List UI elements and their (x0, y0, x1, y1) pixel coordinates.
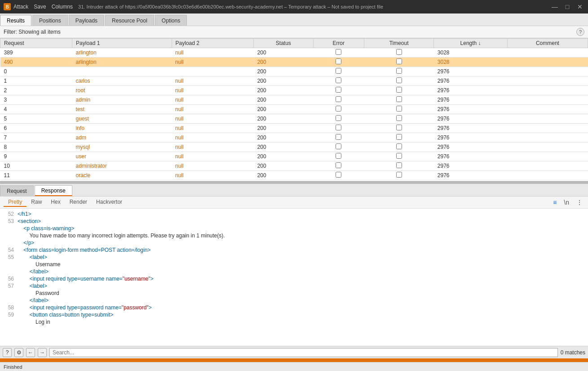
table-row[interactable]: 3adminnull2002976 (0, 95, 588, 105)
tab-positions[interactable]: Positions (32, 15, 68, 26)
code-line-3: <p class=is-warning> (0, 225, 588, 232)
code-line-7: 55 <label> (0, 254, 588, 261)
filter-bar: Filter: Showing all items ? (0, 26, 588, 38)
view-tab-hex[interactable]: Hex (46, 198, 65, 207)
table-row[interactable]: 2rootnull2002976 (0, 86, 588, 95)
table-row[interactable]: 02002976 (0, 67, 588, 76)
filter-text: Filter: Showing all items (4, 29, 576, 35)
search-input[interactable] (49, 348, 558, 357)
close-button[interactable]: ✕ (575, 3, 584, 10)
results-table: Request Payload 1 Payload 2 Status Error… (0, 38, 588, 180)
code-line-6: 54 <form class=login-form method=POST ac… (0, 246, 588, 254)
table-row[interactable]: 7admnull2002976 (0, 133, 588, 143)
view-actions: ≡ \n ⋮ (551, 198, 584, 207)
view-tab-raw[interactable]: Raw (27, 198, 46, 207)
table-row[interactable]: 4testnull2002976 (0, 105, 588, 114)
menu-columns[interactable]: Columns (52, 4, 73, 10)
tab-request[interactable]: Request (0, 185, 34, 196)
col-status[interactable]: Status (254, 39, 313, 48)
tab-payloads[interactable]: Payloads (69, 15, 104, 26)
menu-attack[interactable]: Attack (13, 4, 28, 10)
help-button[interactable]: ? (576, 28, 584, 36)
maximize-button[interactable]: □ (563, 3, 572, 10)
col-timeout[interactable]: Timeout (364, 39, 433, 48)
col-payload1[interactable]: Payload 1 (72, 39, 172, 48)
window-controls: — □ ✕ (550, 3, 584, 10)
col-error[interactable]: Error (313, 39, 364, 48)
tab-options[interactable]: Options (155, 15, 187, 26)
col-request[interactable]: Request (0, 39, 72, 48)
code-line-5: </p> (0, 239, 588, 246)
view-btn-more[interactable]: ⋮ (575, 198, 584, 207)
code-line-10: 56 <input required type=username name="u… (0, 275, 588, 282)
req-res-tabbar: Request Response (0, 184, 588, 197)
table-row[interactable]: 11oraclenull2002976 (0, 171, 588, 180)
code-line-11: 57 <label> (0, 282, 588, 290)
table-row[interactable]: 5guestnull2002976 (0, 114, 588, 124)
view-tab-hackvertor[interactable]: Hackvertor (92, 198, 127, 207)
view-tabbar: Pretty Raw Hex Render Hackvertor ≡ \n ⋮ (0, 197, 588, 209)
view-tab-pretty[interactable]: Pretty (4, 198, 27, 207)
status-text: Finished (4, 364, 22, 370)
progress-bar (0, 358, 588, 362)
bottombar: ? ⚙ ← → 0 matches (0, 346, 588, 358)
help-icon-bottom[interactable]: ? (3, 348, 12, 357)
window-title: 31. Intruder attack of https://0a5f00ea0… (78, 4, 550, 9)
back-button[interactable]: ← (26, 348, 35, 357)
view-btn-list[interactable]: ≡ (551, 198, 558, 207)
menu-save[interactable]: Save (34, 4, 46, 10)
col-length[interactable]: Length (434, 39, 508, 48)
matches-count: 0 matches (561, 349, 585, 356)
code-line-15: 59 <button class=button type=submit> (0, 311, 588, 318)
code-view: 52 </h1> 53 <section> <p class=is-warnin… (0, 209, 588, 346)
col-comment[interactable]: Comment (507, 39, 588, 48)
statusbar: Finished (0, 362, 588, 371)
code-line-13: </label> (0, 297, 588, 304)
col-payload2[interactable]: Payload 2 (172, 39, 254, 48)
app-icon: B (4, 3, 11, 10)
code-line-16: Log in (0, 318, 588, 326)
table-row[interactable]: 389arlingtonnull2003028 (0, 48, 588, 58)
minimize-button[interactable]: — (550, 3, 559, 10)
main-tabbar: Results Positions Payloads Resource Pool… (0, 13, 588, 26)
titlebar: B Attack Save Columns 31. Intruder attac… (0, 0, 588, 13)
table-row[interactable]: 6infonull2002976 (0, 124, 588, 133)
menu-bar: Attack Save Columns (13, 4, 73, 10)
tab-resource-pool[interactable]: Resource Pool (105, 15, 154, 26)
code-line-1: 52 </h1> (0, 210, 588, 218)
forward-button[interactable]: → (38, 348, 47, 357)
code-line-8: Username (0, 261, 588, 268)
code-line-4: You have made too many incorrect login a… (0, 232, 588, 239)
table-row[interactable]: 10administratornull2002976 (0, 161, 588, 171)
tab-results[interactable]: Results (0, 15, 31, 26)
code-line-2: 53 <section> (0, 218, 588, 225)
results-table-container: Request Payload 1 Payload 2 Status Error… (0, 38, 588, 182)
settings-icon[interactable]: ⚙ (14, 348, 23, 357)
tab-response[interactable]: Response (35, 185, 72, 196)
code-line-9: </label> (0, 268, 588, 275)
table-row[interactable]: 490arlingtonnull2003028 (0, 58, 588, 67)
table-row[interactable]: 8mysqlnull2002976 (0, 143, 588, 152)
progress-bar-fill (0, 358, 588, 362)
code-line-14: 58 <input required type=password name="p… (0, 304, 588, 311)
view-tab-render[interactable]: Render (65, 198, 92, 207)
table-row[interactable]: 1carlosnull2002976 (0, 76, 588, 86)
view-btn-wrap[interactable]: \n (562, 198, 571, 207)
code-line-12: Password (0, 290, 588, 297)
table-row[interactable]: 9usernull2002976 (0, 152, 588, 161)
